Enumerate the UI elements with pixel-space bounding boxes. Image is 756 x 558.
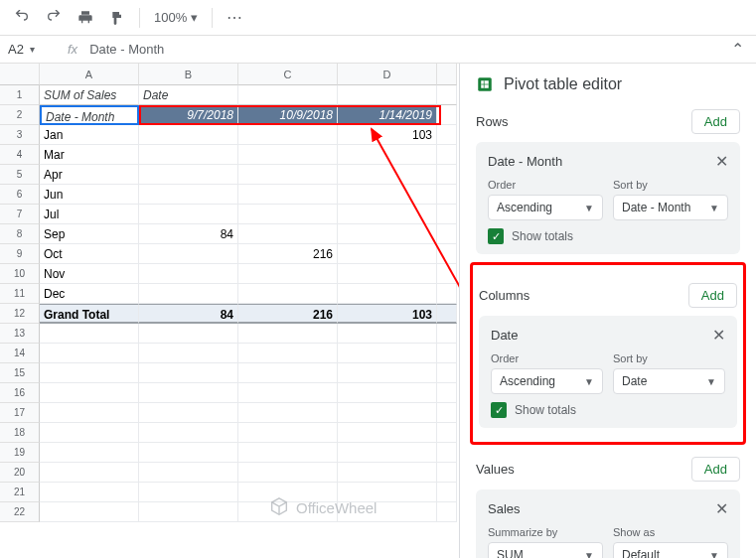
cells-area[interactable]: SUM of Sales Date Date - Month 9/7/2018 …	[40, 85, 457, 522]
cell[interactable]	[139, 363, 238, 383]
cell[interactable]	[338, 443, 437, 463]
cell[interactable]	[437, 304, 457, 324]
cell[interactable]	[437, 284, 457, 304]
cell[interactable]	[238, 423, 338, 443]
row-header[interactable]: 3	[0, 125, 40, 145]
order-dropdown[interactable]: Ascending▼	[488, 195, 603, 220]
cell[interactable]: Nov	[40, 264, 139, 284]
row-header[interactable]: 17	[0, 403, 40, 423]
print-button[interactable]	[72, 4, 99, 32]
cell[interactable]: 103	[338, 125, 437, 145]
cell[interactable]: Mar	[40, 145, 139, 165]
cell[interactable]	[139, 383, 238, 403]
cell[interactable]	[238, 185, 338, 205]
row-header[interactable]: 4	[0, 145, 40, 165]
cell[interactable]	[437, 244, 457, 264]
more-button[interactable]: ⋯	[221, 4, 248, 32]
cell[interactable]	[338, 403, 437, 423]
add-columns-button[interactable]: Add	[688, 283, 737, 308]
row-header[interactable]: 18	[0, 423, 40, 443]
cell[interactable]	[338, 264, 437, 284]
cell[interactable]	[139, 483, 238, 502]
cell[interactable]: 9/7/2018	[139, 105, 238, 125]
cell[interactable]	[139, 244, 238, 264]
cell[interactable]: Oct	[40, 244, 139, 264]
paint-format-button[interactable]	[103, 4, 131, 32]
row-header[interactable]: 2	[0, 105, 40, 125]
cell[interactable]	[437, 463, 457, 483]
cell[interactable]	[437, 264, 457, 284]
cell[interactable]	[338, 224, 437, 244]
zoom-dropdown[interactable]: 100%▾	[148, 10, 204, 25]
cell[interactable]: 216	[238, 244, 338, 264]
cell[interactable]	[40, 502, 139, 522]
cell[interactable]	[40, 363, 139, 383]
cell[interactable]	[437, 205, 457, 224]
summarize-dropdown[interactable]: SUM▼	[488, 542, 603, 558]
cell[interactable]	[338, 244, 437, 264]
cell[interactable]	[139, 502, 238, 522]
col-header-c[interactable]: C	[238, 64, 338, 85]
cell[interactable]	[139, 205, 238, 224]
cell[interactable]: Jul	[40, 205, 139, 224]
cell[interactable]	[437, 185, 457, 205]
cell[interactable]	[437, 443, 457, 463]
cell[interactable]: Date	[139, 85, 238, 105]
cell[interactable]	[238, 284, 338, 304]
cell[interactable]	[238, 165, 338, 185]
cell[interactable]	[40, 324, 139, 344]
cell[interactable]: Grand Total	[40, 304, 139, 324]
cell[interactable]	[238, 145, 338, 165]
cell[interactable]	[40, 463, 139, 483]
cell[interactable]	[437, 324, 457, 344]
cell[interactable]	[238, 403, 338, 423]
row-header[interactable]: 12	[0, 304, 40, 324]
cell[interactable]	[238, 443, 338, 463]
row-header[interactable]: 6	[0, 185, 40, 205]
undo-button[interactable]	[8, 4, 36, 32]
cell[interactable]	[238, 344, 338, 363]
cell-reference[interactable]: A2▾	[0, 42, 60, 57]
row-header[interactable]: 13	[0, 324, 40, 344]
row-header[interactable]: 14	[0, 344, 40, 363]
cell[interactable]	[139, 125, 238, 145]
cell[interactable]	[338, 185, 437, 205]
cell[interactable]	[40, 344, 139, 363]
card-close-button[interactable]: ✕	[712, 326, 725, 345]
cell[interactable]: Dec	[40, 284, 139, 304]
cell[interactable]: 84	[139, 304, 238, 324]
row-header[interactable]: 10	[0, 264, 40, 284]
active-cell[interactable]: Date - Month	[40, 105, 139, 125]
cell[interactable]	[40, 383, 139, 403]
cell[interactable]	[437, 105, 457, 125]
cell[interactable]	[338, 284, 437, 304]
cell[interactable]	[437, 85, 457, 105]
cell[interactable]: Apr	[40, 165, 139, 185]
cell[interactable]	[139, 403, 238, 423]
cell[interactable]	[238, 363, 338, 383]
row-header[interactable]: 7	[0, 205, 40, 224]
card-close-button[interactable]: ✕	[715, 499, 728, 518]
sortby-dropdown[interactable]: Date - Month▼	[613, 195, 728, 220]
cell[interactable]	[338, 423, 437, 443]
row-header[interactable]: 22	[0, 502, 40, 522]
col-header-d[interactable]: D	[338, 64, 437, 85]
row-header[interactable]: 8	[0, 224, 40, 244]
show-totals-checkbox[interactable]: ✓	[491, 402, 507, 418]
card-close-button[interactable]: ✕	[715, 152, 728, 171]
cell[interactable]	[139, 284, 238, 304]
show-totals-checkbox[interactable]: ✓	[488, 228, 504, 244]
cell[interactable]: 84	[139, 224, 238, 244]
add-rows-button[interactable]: Add	[691, 109, 740, 134]
cell[interactable]: 103	[338, 304, 437, 324]
cell[interactable]	[437, 383, 457, 403]
cell[interactable]	[40, 483, 139, 502]
cell[interactable]	[437, 363, 457, 383]
cell[interactable]	[437, 125, 457, 145]
cell[interactable]: 1/14/2019	[338, 105, 437, 125]
cell[interactable]	[338, 463, 437, 483]
row-header[interactable]: 11	[0, 284, 40, 304]
cell[interactable]	[238, 383, 338, 403]
cell[interactable]	[238, 264, 338, 284]
cell[interactable]	[437, 403, 457, 423]
